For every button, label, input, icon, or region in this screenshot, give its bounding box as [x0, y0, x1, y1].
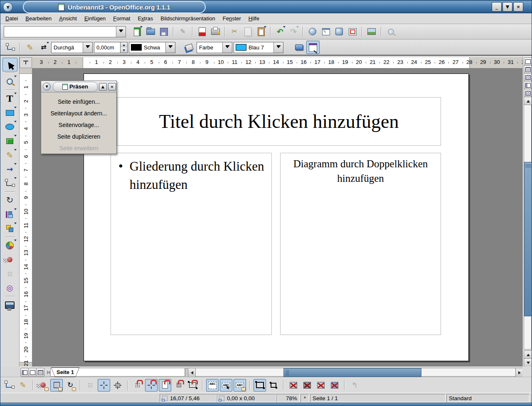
- hscroll-left-button[interactable]: [188, 368, 196, 377]
- contour-mode-toggle[interactable]: [301, 379, 313, 391]
- vscroll-up-button[interactable]: [524, 97, 532, 105]
- insert-graphics-button[interactable]: [365, 25, 378, 38]
- paste-button[interactable]: [255, 25, 267, 38]
- fill-type-dropdown[interactable]: [222, 42, 232, 53]
- palette-item-1[interactable]: Seite einfügen...: [41, 96, 116, 108]
- vscroll-down-button[interactable]: [524, 358, 532, 367]
- palette-item-3[interactable]: Seitenvorlage...: [41, 119, 116, 131]
- system-menu-button[interactable]: ▼: [3, 2, 13, 12]
- layer-mode-button[interactable]: [36, 368, 44, 377]
- outline-view-button[interactable]: [524, 65, 532, 74]
- drawing-view-button[interactable]: [524, 57, 532, 66]
- text-tool[interactable]: T: [2, 92, 17, 105]
- zoom-button[interactable]: [346, 25, 359, 38]
- page-style-cell[interactable]: Standard: [446, 394, 530, 402]
- edit-points-toggle[interactable]: [3, 379, 15, 391]
- page-tab-seite-1[interactable]: Seite 1: [51, 367, 79, 377]
- vertical-ruler[interactable]: 123456789101112131415161718192021: [20, 68, 32, 367]
- print-button[interactable]: [209, 25, 222, 38]
- snap-to-grid-toggle[interactable]: [131, 379, 144, 391]
- outline-placeholder[interactable]: • Gliederung durch Klicken hinzufügen: [111, 153, 272, 335]
- picture-placeholder-toggle[interactable]: [287, 379, 300, 391]
- page-mode-button[interactable]: [20, 368, 29, 377]
- text-placeholder-toggle[interactable]: [315, 379, 327, 391]
- vscroll-thumb[interactable]: [524, 162, 532, 316]
- open-button[interactable]: [144, 25, 157, 38]
- line-color-dropdown[interactable]: [165, 42, 175, 53]
- palette-titlebar[interactable]: ▼ Präsen ▲ ×: [41, 81, 116, 93]
- alignment-tool[interactable]: [2, 208, 17, 221]
- menu-item-bildschirmpraesentation[interactable]: Bildschirmpräsentation: [157, 13, 219, 24]
- new-document-button[interactable]: [131, 25, 143, 38]
- menu-item-format[interactable]: Format: [109, 13, 134, 24]
- quick-edit-toggle[interactable]: ABC_: [206, 379, 219, 391]
- navigator-button[interactable]: [306, 25, 319, 38]
- titlebar[interactable]: ▼ Unbenannt3 - OpenOffice.org 1.1.1 _ ▼ …: [0, 0, 532, 13]
- menu-item-fenster[interactable]: Fenster: [219, 13, 245, 24]
- lines-arrows-tool[interactable]: →: [2, 162, 17, 176]
- select-text-area-toggle[interactable]: ABC: [220, 379, 232, 391]
- palette-close-button[interactable]: ×: [108, 83, 116, 90]
- area-dialog-button[interactable]: [183, 41, 195, 54]
- show-grid-toggle[interactable]: [84, 379, 96, 391]
- url-input[interactable]: [4, 27, 116, 37]
- line-width-down-button[interactable]: ▼: [121, 47, 127, 53]
- simple-handles-toggle[interactable]: [254, 379, 266, 391]
- palette-item-4[interactable]: Seite duplizieren: [41, 131, 116, 142]
- move-with-attributes-toggle[interactable]: [50, 379, 63, 391]
- master-mode-button[interactable]: [28, 368, 37, 377]
- effects-tool[interactable]: [2, 239, 17, 252]
- menu-item-ansicht[interactable]: Ansicht: [55, 13, 81, 24]
- rotation-mode-toggle[interactable]: ↻: [64, 379, 76, 391]
- snap-to-snap-lines-toggle[interactable]: [145, 379, 158, 391]
- select-tool[interactable]: [2, 58, 17, 71]
- snap-to-page-margins-toggle[interactable]: [159, 379, 171, 391]
- slide-view-button[interactable]: [524, 73, 532, 82]
- hscroll-thumb[interactable]: [283, 368, 421, 377]
- zoom-tool[interactable]: [2, 75, 17, 88]
- line-dialog-button[interactable]: ✎: [24, 41, 36, 54]
- horizontal-ruler[interactable]: 3211234567891011121314151617181920212223…: [32, 57, 522, 68]
- double-click-text-edit-toggle[interactable]: ABC: [234, 379, 246, 391]
- close-button[interactable]: ×: [513, 2, 523, 12]
- cut-button[interactable]: ✂: [228, 25, 241, 38]
- large-handles-toggle[interactable]: [267, 379, 280, 391]
- horizontal-scrollbar[interactable]: [195, 368, 516, 377]
- url-dropdown-button[interactable]: [116, 27, 126, 37]
- presentation-toolbar-toggle[interactable]: [306, 41, 320, 54]
- export-pdf-button[interactable]: [196, 25, 208, 38]
- menu-item-hilfe[interactable]: Hilfe: [245, 13, 263, 24]
- handout-view-button[interactable]: [524, 89, 532, 98]
- palette-item-2[interactable]: Seitenlayout ändern...: [41, 108, 116, 119]
- 3d-effects-tool[interactable]: ◎: [2, 281, 17, 295]
- menu-item-extras[interactable]: Extras: [134, 13, 157, 24]
- line-style-dropdown[interactable]: [83, 42, 92, 53]
- arrow-style-button[interactable]: ⇄: [37, 41, 50, 54]
- fill-color-dropdown[interactable]: [273, 42, 283, 53]
- menu-item-bearbeiten[interactable]: Bearbeiten: [22, 13, 55, 24]
- helplines-while-moving-toggle[interactable]: [111, 379, 124, 391]
- arrange-tool[interactable]: [2, 222, 17, 235]
- vertical-scrollbar[interactable]: [524, 105, 532, 350]
- show-snap-lines-toggle[interactable]: [98, 379, 110, 391]
- maximize-button[interactable]: ▼: [502, 2, 512, 12]
- line-width-up-button[interactable]: ▲: [121, 42, 127, 48]
- save-button[interactable]: [158, 25, 170, 38]
- palette-menu-button[interactable]: ▼: [43, 83, 51, 90]
- palette-rollup-button[interactable]: ▲: [99, 83, 107, 90]
- zoom-cell[interactable]: 78%: [276, 394, 300, 402]
- ellipse-tool[interactable]: [2, 120, 17, 134]
- connector-tool[interactable]: [2, 176, 17, 190]
- curve-tool[interactable]: ✎: [2, 148, 17, 162]
- presentation-tool[interactable]: [2, 298, 17, 312]
- minimize-button[interactable]: _: [492, 2, 502, 12]
- shadow-button[interactable]: [293, 41, 305, 54]
- slide-page[interactable]: Titel durch Klicken hinzufügen • Glieder…: [84, 73, 469, 361]
- ruler-origin-button[interactable]: [20, 57, 32, 68]
- snap-to-object-points-toggle[interactable]: [186, 379, 199, 391]
- glue-points-toggle[interactable]: ✎: [17, 379, 29, 391]
- rectangle-tool[interactable]: [2, 106, 17, 120]
- animation-tool[interactable]: [2, 253, 17, 267]
- edit-points-button[interactable]: [4, 41, 16, 54]
- notes-view-button[interactable]: [524, 81, 532, 90]
